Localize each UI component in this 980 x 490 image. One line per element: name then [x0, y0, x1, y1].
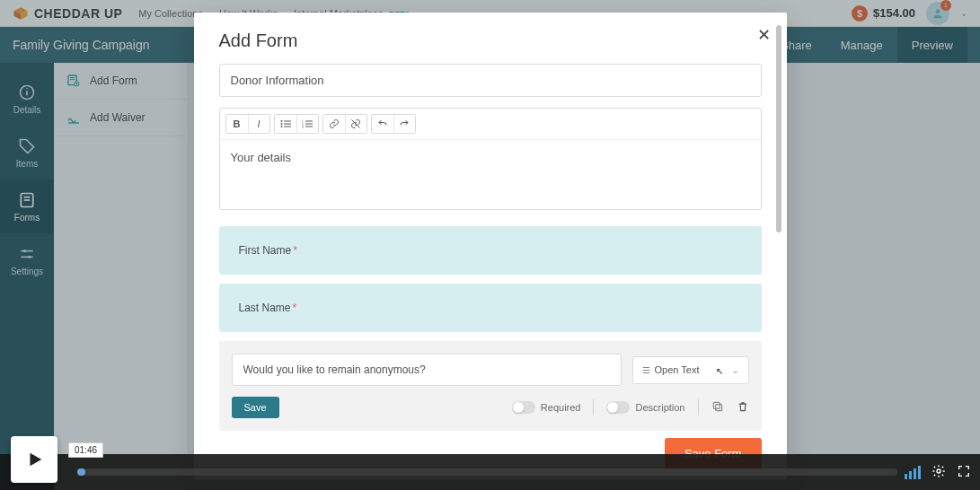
trash-icon — [737, 400, 749, 413]
modal-overlay: ✕ Add Form B I 123 — [0, 0, 980, 490]
required-star: * — [293, 302, 297, 314]
svg-point-23 — [280, 126, 282, 127]
modal-scrollbar[interactable] — [776, 25, 781, 402]
modal-title: Add Form — [219, 31, 762, 51]
unlink-icon — [350, 118, 361, 129]
bullet-list-button[interactable] — [275, 115, 296, 133]
field-last-name[interactable]: Last Name* — [219, 284, 762, 332]
fullscreen-icon — [957, 464, 971, 478]
progress-played — [77, 468, 85, 476]
svg-point-37 — [937, 469, 940, 473]
video-controls: 01:46 — [0, 454, 980, 490]
redo-icon — [399, 118, 410, 129]
question-type-label: Open Text — [655, 364, 700, 375]
form-title-input[interactable] — [219, 64, 762, 97]
description-toggle[interactable] — [606, 401, 630, 414]
chevron-down-icon: ⌄ — [731, 364, 739, 376]
time-display: 01:46 — [68, 442, 103, 458]
rich-text-editor: B I 123 — [219, 108, 762, 210]
svg-text:3: 3 — [302, 126, 304, 128]
italic-button[interactable]: I — [248, 115, 269, 133]
svg-marker-36 — [30, 453, 41, 467]
numbered-list-icon: 123 — [302, 119, 313, 128]
svg-rect-34 — [715, 404, 721, 410]
save-question-button[interactable]: Save — [232, 397, 279, 418]
volume-button[interactable] — [905, 466, 921, 479]
question-text-input[interactable] — [232, 354, 622, 386]
svg-rect-35 — [713, 402, 720, 408]
add-form-modal: ✕ Add Form B I 123 — [194, 13, 787, 480]
delete-button[interactable] — [737, 400, 749, 416]
description-label: Description — [635, 402, 684, 413]
required-toggle[interactable] — [512, 401, 535, 414]
question-block: ☰ Open Text ⌄ ↖ Save Required — [219, 341, 762, 431]
field-first-name-label: First Name — [239, 244, 292, 257]
question-type-select[interactable]: ☰ Open Text ⌄ ↖ — [632, 356, 749, 384]
link-button[interactable] — [323, 115, 345, 133]
fullscreen-button[interactable] — [957, 464, 971, 481]
redo-button[interactable] — [393, 115, 415, 133]
numbered-list-button[interactable]: 123 — [296, 115, 318, 133]
divider — [593, 399, 594, 416]
svg-point-22 — [280, 123, 282, 125]
undo-icon — [377, 118, 388, 129]
settings-button[interactable] — [931, 464, 946, 481]
play-icon — [24, 450, 44, 469]
undo-button[interactable] — [372, 115, 393, 133]
required-toggle-wrap: Required — [512, 401, 581, 414]
play-button[interactable] — [11, 436, 57, 483]
copy-button[interactable] — [711, 400, 724, 416]
cursor-icon: ↖ — [716, 366, 723, 376]
required-label: Required — [541, 402, 581, 413]
bullet-list-icon — [280, 119, 291, 128]
copy-icon — [711, 400, 724, 413]
required-star: * — [293, 244, 297, 257]
scrollbar-thumb[interactable] — [776, 25, 781, 232]
field-first-name[interactable]: First Name* — [219, 226, 762, 275]
progress-bar[interactable] — [77, 468, 897, 476]
gear-icon — [931, 464, 946, 478]
rte-body[interactable]: Your details — [220, 140, 761, 209]
link-icon — [329, 118, 340, 129]
description-toggle-wrap: Description — [606, 401, 684, 414]
svg-point-21 — [280, 120, 282, 122]
divider — [698, 399, 699, 416]
bold-button[interactable]: B — [226, 115, 248, 133]
close-icon[interactable]: ✕ — [757, 25, 771, 45]
field-last-name-label: Last Name — [239, 302, 291, 314]
unlink-button[interactable] — [345, 115, 366, 133]
text-lines-icon: ☰ — [642, 365, 650, 375]
rte-toolbar: B I 123 — [220, 109, 761, 140]
